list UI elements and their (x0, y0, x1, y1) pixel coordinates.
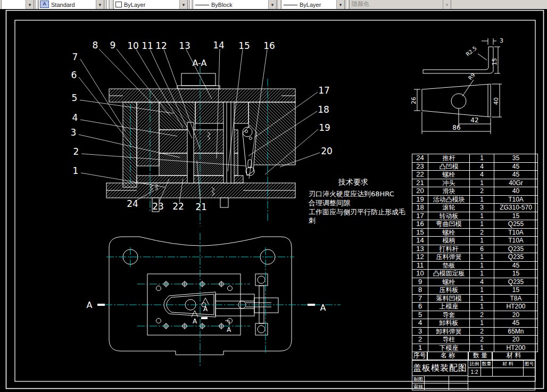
table-row[interactable]: 8压料板115 (412, 286, 538, 295)
col-header-no: 序号 (412, 352, 427, 360)
table-row[interactable]: 24推杆135 (412, 154, 538, 163)
part-callout-number: 13 (179, 40, 190, 51)
table-row[interactable]: 18滚轮3ZG310-570 (412, 204, 538, 212)
toolbar-separator (35, 0, 37, 9)
dim-right-width: 40 (493, 97, 500, 105)
plot-style-value: 随颜色 (350, 0, 443, 9)
part-callout-number: 8 (93, 40, 98, 51)
part-callout-number: 21 (195, 202, 207, 212)
checker-date (449, 383, 468, 390)
drawing-canvas[interactable]: A-A 123456789101112131415161718192021222… (0, 9, 547, 392)
text-style-icon: A (40, 1, 49, 8)
checker-label: 审核 (412, 383, 425, 390)
table-row[interactable]: 5导套220 (412, 311, 538, 319)
toolbar-separator (278, 0, 279, 9)
chevron-down-icon[interactable]: ▼ (26, 0, 34, 9)
table-row[interactable]: 22螺栓445 (412, 171, 538, 179)
table-row[interactable]: 2导柱220 (412, 336, 538, 344)
section-marker-letter: A (193, 318, 197, 325)
col-header-material: 材 料 (492, 352, 535, 360)
part-callout-number: 9 (110, 40, 116, 51)
lineweight-control-dropdown[interactable]: ByLayer ▼ (281, 0, 345, 10)
part-callout-number: 10 (127, 40, 139, 51)
section-label: A-A (193, 58, 207, 68)
part-callout-number: 16 (263, 40, 275, 51)
lineweight-sample-icon (284, 5, 297, 5)
table-row[interactable]: 9螺栓4Q235 (412, 278, 538, 286)
table-row[interactable]: 10凸模固定板115 (412, 270, 538, 278)
linetype-control-dropdown[interactable]: ByBlock ▼ (193, 0, 277, 10)
part-callout-number: 2 (73, 146, 79, 157)
detail-part-views (414, 38, 502, 134)
table-row[interactable]: 19活动凸模块1T10A (412, 195, 538, 204)
technical-requirements: 技术要求 刃口淬火硬度应达到68HRC 合理调整间隙 工作面应与侧刃平行防止形成… (308, 178, 405, 224)
dim-flange-height: 15 (491, 58, 498, 65)
chevron-down-icon[interactable]: ▼ (336, 0, 344, 9)
section-marker-letter: A (87, 300, 93, 310)
chevron-down-icon[interactable]: ▼ (96, 0, 104, 9)
top-toolbar: ▼ A Standard ▼ ByLayer ▼ ByBlock ▼ ByLay… (0, 0, 547, 10)
color-control-value: ByLayer (122, 2, 179, 9)
linetype-control-value: ByBlock (209, 2, 268, 9)
tech-req-line: 刃口淬火硬度应达到68HRC (309, 190, 394, 198)
table-row[interactable]: 16弯曲凹模1Q255 (412, 220, 538, 229)
material-label: 材 料 (492, 360, 524, 368)
section-marker-letter: A (227, 326, 231, 333)
section-marker-letter: A (320, 303, 326, 313)
qty-label: 数量 (480, 360, 493, 368)
text-style-dropdown[interactable]: A Standard ▼ (38, 0, 104, 10)
tech-req-line: 刺 (308, 216, 316, 224)
dim-bend-radius: R2.5 (465, 45, 478, 57)
drafter-value (424, 376, 449, 383)
tech-req-line: 工作面应与侧刃平行防止形成毛 (309, 208, 405, 216)
col-header-name: 名 称 (427, 352, 468, 360)
table-row[interactable]: 12压料弹簧1Q235 (412, 253, 538, 262)
drawing-no-value (523, 368, 535, 377)
table-row[interactable]: 4卸料板145 (412, 319, 538, 328)
part-callout-number: 24 (127, 198, 138, 209)
part-callout-number: 20 (321, 146, 333, 156)
plan-centerlines (105, 233, 341, 366)
qty-value (480, 368, 493, 377)
part-callout-number: 22 (172, 201, 184, 212)
table-row[interactable]: 11垫板145 (412, 261, 538, 270)
part-callout-number: 23 (152, 201, 164, 212)
drawing-title: 盖板模装配图 (412, 360, 468, 376)
table-row[interactable]: 1下模座1HT200 (412, 344, 538, 352)
part-callout-number: 12 (155, 40, 167, 51)
toolbar-separator (346, 0, 347, 9)
table-row[interactable]: 17转动板115 (412, 212, 538, 220)
part-callout-number: 15 (238, 40, 250, 51)
checker-value (424, 383, 449, 390)
dim-left-width: 26 (410, 97, 417, 104)
table-row[interactable]: 14模柄1T10A (412, 237, 538, 245)
table-row[interactable]: 3卸料弹簧265Mn (412, 327, 538, 336)
part-callout-number: 7 (72, 52, 78, 62)
material-value (492, 368, 524, 377)
tech-req-line: 合理调整间隙 (309, 199, 351, 207)
drafter-date (449, 376, 468, 383)
part-callout-number: 6 (71, 70, 77, 80)
chevron-down-icon[interactable]: ▼ (179, 0, 187, 9)
color-swatch-icon (115, 2, 122, 7)
table-row[interactable]: 23凸凹模445 (412, 162, 538, 171)
table-row[interactable]: 21冲头140Gr (412, 179, 538, 187)
layer-control-dropdown[interactable]: ▼ (1, 0, 34, 10)
dim-thickness: 3 (500, 37, 503, 44)
table-row[interactable]: 7落料凹模1T8A (412, 294, 538, 303)
parts-list-header: 序号 名 称 数 量 材 料 (412, 352, 535, 360)
color-control-dropdown[interactable]: ByLayer ▼ (113, 0, 188, 10)
parts-list[interactable]: 24推杆13523凸凹模44522螺栓44521冲头140Gr20滑块24019… (412, 154, 535, 390)
table-row[interactable]: 13打料杆6Q235 (412, 245, 538, 253)
table-row[interactable]: 20滑块240 (412, 187, 538, 196)
scale-label: 比例 (468, 360, 481, 368)
table-row[interactable]: 6上模座1HT200 (412, 303, 538, 311)
cad-application-window: { "toolbar": { "layer_control": "", "tex… (0, 0, 547, 392)
toolbar-separator (189, 0, 191, 9)
scale-value: 1:2 (468, 368, 481, 377)
title-block: 盖板模装配图 比例 数量 材 料 图号 1:2 制图 审核 (412, 360, 535, 390)
chevron-down-icon[interactable]: ▼ (268, 0, 276, 9)
dim-length: 86 (452, 124, 460, 131)
chevron-down-icon: ▼ (443, 0, 451, 9)
table-row[interactable]: 15螺栓2T10A (412, 228, 538, 237)
